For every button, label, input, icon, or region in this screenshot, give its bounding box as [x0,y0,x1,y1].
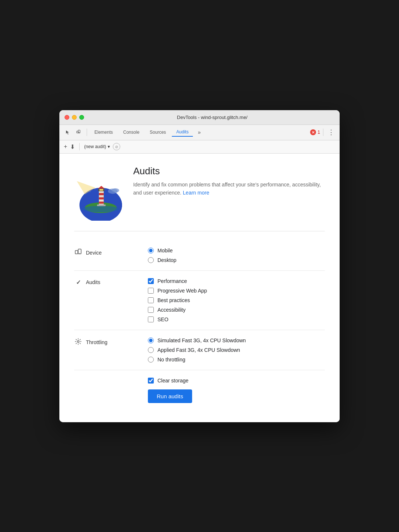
title-bar: DevTools - wind-sprout.glitch.me/ [59,110,340,125]
svg-point-5 [97,182,97,182]
svg-rect-1 [77,131,78,133]
audit-best-practices-checkbox[interactable] [148,297,154,303]
learn-more-link[interactable]: Learn more [183,190,209,196]
sub-toolbar-divider [79,143,80,150]
clear-storage-label: Clear storage [157,378,188,384]
device-desktop-radio[interactable] [148,257,154,263]
throttling-applied-option[interactable]: Applied Fast 3G, 4x CPU Slowdown [148,347,325,353]
close-button[interactable] [65,115,69,120]
throttling-label: Throttling [74,337,148,347]
svg-rect-22 [97,204,105,206]
svg-point-28 [77,340,79,342]
lighthouse-illustration [74,165,122,221]
audit-seo-option[interactable]: SEO [148,316,325,322]
device-label-text: Device [86,250,102,256]
throttling-simulated-option[interactable]: Simulated Fast 3G, 4x CPU Slowdown [148,337,325,343]
svg-rect-26 [75,251,78,254]
hero-section: Audits Identify and fix common problems … [74,165,325,231]
throttling-none-radio[interactable] [148,357,154,363]
more-tabs-btn[interactable]: » [194,127,204,137]
cursor-icon-btn[interactable] [63,127,73,137]
throttling-applied-label: Applied Fast 3G, 4x CPU Slowdown [157,347,240,353]
toolbar-divider-1 [87,129,87,136]
audit-best-practices-label: Best practices [157,297,190,303]
device-label: Device [74,248,148,258]
tab-elements[interactable]: Elements [90,128,117,136]
run-audits-button[interactable]: Run audits [148,389,192,403]
svg-point-8 [104,186,105,186]
error-badge: ✕ 1 [310,129,320,135]
cancel-icon: ⊘ [115,145,118,149]
error-dot: ✕ [310,129,316,135]
audits-label: ✓ Audits [74,278,148,286]
audit-accessibility-label: Accessibility [157,307,185,313]
sub-toolbar: + ⬇ (new audit) ▾ ⊘ [59,140,340,154]
more-options-btn[interactable]: ⋮ [326,128,336,136]
svg-rect-21 [100,189,103,190]
device-mobile-radio[interactable] [148,248,154,253]
minimize-button[interactable] [72,115,77,120]
dropdown-icon: ▾ [108,144,110,149]
device-icon [74,248,82,258]
throttling-simulated-radio[interactable] [148,337,154,343]
throttling-label-text: Throttling [86,339,107,345]
audit-performance-label: Performance [157,278,187,284]
audit-pwa-label: Progressive Web App [157,288,207,294]
hero-description: Identify and fix common problems that af… [133,181,325,197]
svg-point-6 [108,183,109,184]
device-desktop-option[interactable]: Desktop [148,257,325,263]
devtools-toolbar: Elements Console Sources Audits » ✕ 1 ⋮ [59,125,340,140]
throttling-simulated-label: Simulated Fast 3G, 4x CPU Slowdown [157,337,246,343]
main-content: Audits Identify and fix common problems … [59,154,340,422]
audit-pwa-checkbox[interactable] [148,288,154,294]
svg-rect-18 [99,202,104,204]
tab-console[interactable]: Console [119,128,144,136]
device-mobile-label: Mobile [157,248,173,253]
hero-title: Audits [133,165,325,177]
devtools-window: DevTools - wind-sprout.glitch.me/ Elemen… [59,110,340,422]
tab-audits[interactable]: Audits [172,128,193,137]
audits-section: ✓ Audits Performance Progressive Web App… [74,271,325,330]
audit-seo-checkbox[interactable] [148,316,154,322]
throttling-applied-radio[interactable] [148,347,154,353]
error-x-icon: ✕ [312,130,315,134]
audit-name-select[interactable]: (new audit) ▾ [84,144,110,149]
device-icon-btn[interactable] [74,127,84,137]
device-mobile-option[interactable]: Mobile [148,248,325,253]
audits-label-text: Audits [86,279,100,285]
throttling-none-label: No throttling [157,357,185,363]
svg-marker-20 [98,186,104,188]
svg-point-11 [90,191,90,192]
throttling-none-option[interactable]: No throttling [148,357,325,363]
gear-icon [74,338,82,347]
audit-performance-option[interactable]: Performance [148,278,325,284]
audit-best-practices-option[interactable]: Best practices [148,297,325,303]
clear-storage-checkbox[interactable] [148,378,154,384]
svg-point-2 [79,133,79,133]
audit-performance-checkbox[interactable] [148,278,154,284]
device-section: Device Mobile Desktop [74,240,325,271]
audit-seo-label: SEO [157,316,169,322]
audits-check-icon: ✓ [74,279,82,286]
add-audit-btn[interactable]: + [64,143,67,150]
svg-point-14 [82,206,119,212]
svg-point-9 [95,189,95,189]
tab-sources[interactable]: Sources [145,128,170,136]
download-btn[interactable]: ⬇ [70,143,75,150]
audit-name-label: (new audit) [84,144,106,149]
audit-accessibility-option[interactable]: Accessibility [148,307,325,313]
maximize-button[interactable] [79,115,84,120]
cancel-audit-btn[interactable]: ⊘ [113,143,120,150]
clear-storage-option[interactable]: Clear storage [148,378,325,384]
audit-pwa-option[interactable]: Progressive Web App [148,288,325,294]
audit-accessibility-checkbox[interactable] [148,307,154,313]
audits-options: Performance Progressive Web App Best pra… [148,278,325,322]
traffic-lights [65,115,84,120]
svg-rect-17 [99,197,104,199]
device-options: Mobile Desktop [148,248,325,263]
svg-point-24 [112,188,119,192]
toolbar-divider-2 [323,129,323,136]
svg-point-4 [93,185,93,185]
throttling-section: Throttling Simulated Fast 3G, 4x CPU Slo… [74,330,325,370]
svg-point-7 [112,187,113,188]
